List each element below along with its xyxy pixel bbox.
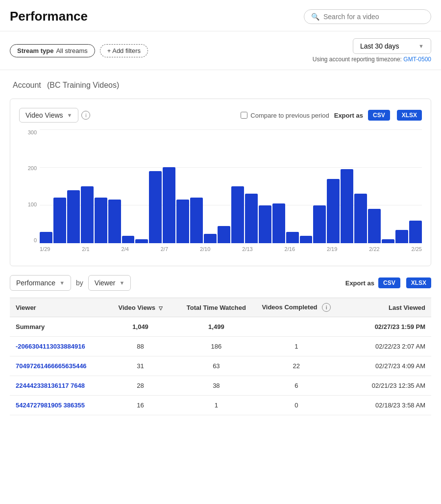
viewer-link[interactable]: 70497261466665635446 [16,362,87,370]
compare-label[interactable]: Compare to previous period [241,112,329,119]
chart-inner [40,129,422,243]
row-completed: 1 [254,337,339,356]
row-time: 38 [178,376,254,396]
sort-icon: ▽ [159,305,163,311]
x-axis-label: 2/19 [327,246,337,257]
bar-item [176,200,189,243]
row-time: 1 [178,396,254,415]
table-row: 70497261466665635446 31 63 22 02/27/23 4… [10,356,431,376]
row-last-viewed: 02/18/23 3:58 AM [339,396,431,415]
table-body: Summary 1,049 1,499 02/27/23 1:59 PM -20… [10,317,431,415]
col-header-last-viewed: Last Viewed [339,298,431,317]
bar-item [40,232,52,243]
search-input[interactable] [323,13,424,21]
x-axis-label: 2/10 [200,246,210,257]
performance-select[interactable]: Performance ▼ [10,275,71,291]
bar-item [204,234,217,243]
compare-checkbox[interactable] [241,112,247,119]
bar-item [272,203,285,243]
chart-xlsx-button[interactable]: XLSX [397,110,422,121]
account-label: Account [13,81,41,89]
y-axis: 300 200 100 0 [19,129,40,243]
performance-section: Performance ▼ by Viewer ▼ Export as CSV … [10,275,431,415]
stream-type-label: Stream type [17,47,53,54]
account-subtitle: (BC Training Videos) [47,81,119,89]
table-head: Viewer Video Views ▽ Total Time Watched … [10,298,431,317]
row-views: 31 [102,356,178,376]
y-label-300: 300 [28,129,37,135]
x-axis-label: 2/4 [122,246,129,257]
perf-xlsx-button[interactable]: XLSX [406,277,431,288]
perf-export-label: Export as [345,279,374,287]
x-axis-label: 2/1 [82,246,89,257]
bar-item [149,171,162,243]
summary-time: 1,499 [178,317,254,337]
summary-completed [254,317,339,337]
bar-item [218,226,230,243]
viewer-link[interactable]: 5424727981905 386355 [16,402,85,409]
bar-item [81,186,94,243]
perf-controls: Performance ▼ by Viewer ▼ Export as CSV … [10,275,431,291]
timezone-note: Using account reporting timezone: GMT-05… [313,56,431,63]
timezone-link[interactable]: GMT-0500 [403,56,431,63]
search-box[interactable]: 🔍 [304,9,431,24]
bar-item [53,198,66,243]
stream-type-filter[interactable]: Stream type All streams [10,44,95,57]
bar-item [313,205,326,243]
viewer-label: Viewer [95,279,116,287]
export-label: Export as [334,112,363,119]
col-header-time: Total Time Watched [178,298,254,317]
bars-area [40,129,422,243]
bar-item [368,209,381,243]
row-views: 88 [102,337,178,356]
perf-left: Performance ▼ by Viewer ▼ [10,275,131,291]
metric-info-icon[interactable]: i [81,111,90,120]
page-header: Performance 🔍 [0,0,441,31]
bar-item [245,194,258,243]
col-header-views[interactable]: Video Views ▽ [102,298,178,317]
viewer-link[interactable]: -2066304113033884916 [16,343,85,350]
account-title: Account (BC Training Videos) [10,78,431,91]
performance-chevron-icon: ▼ [59,280,65,286]
bar-chart: 300 200 100 0 1/292/12/42/72/102/132/162… [19,129,422,257]
perf-csv-button[interactable]: CSV [378,277,400,288]
bar-item [409,221,422,243]
filters-bar: Stream type All streams + Add filters La… [0,31,441,70]
metric-chevron-icon: ▼ [67,112,73,118]
bar-item [341,169,353,243]
row-last-viewed: 02/21/23 12:35 AM [339,376,431,396]
add-filters-button[interactable]: + Add filters [100,44,148,57]
viewer-select[interactable]: Viewer ▼ [88,275,131,291]
bar-item [286,232,299,243]
row-viewer: -2066304113033884916 [10,337,102,356]
chevron-down-icon: ▼ [418,43,424,49]
x-axis-label: 1/29 [40,246,50,257]
date-range-button[interactable]: Last 30 days ▼ [353,38,431,54]
row-views: 28 [102,376,178,396]
bar-item [108,200,121,243]
performance-label: Performance [16,279,55,287]
metric-select[interactable]: Video Views ▼ [19,108,78,123]
x-axis-label: 2/22 [369,246,379,257]
bar-item [135,239,148,243]
bar-item [327,179,340,243]
row-last-viewed: 02/27/23 4:09 AM [339,356,431,376]
chart-top: Video Views ▼ i Compare to previous peri… [19,108,422,123]
row-viewer: 224442338136117 7648 [10,376,102,396]
col-header-completed: Videos Completed i [254,298,339,317]
summary-viewer: Summary [10,317,102,337]
by-label: by [76,279,83,287]
table-row: -2066304113033884916 88 186 1 02/22/23 2… [10,337,431,356]
y-label-0: 0 [34,237,37,243]
viewer-link[interactable]: 224442338136117 7648 [16,382,85,389]
table-summary-row: Summary 1,049 1,499 02/27/23 1:59 PM [10,317,431,337]
row-last-viewed: 02/22/23 2:07 AM [339,337,431,356]
x-axis-label: 2/7 [161,246,168,257]
table-header-row: Viewer Video Views ▽ Total Time Watched … [10,298,431,317]
chart-csv-button[interactable]: CSV [368,110,390,121]
completed-info-icon[interactable]: i [322,303,331,312]
bar-item [231,186,244,243]
x-axis-label: 2/13 [242,246,252,257]
row-time: 63 [178,356,254,376]
row-completed: 22 [254,356,339,376]
